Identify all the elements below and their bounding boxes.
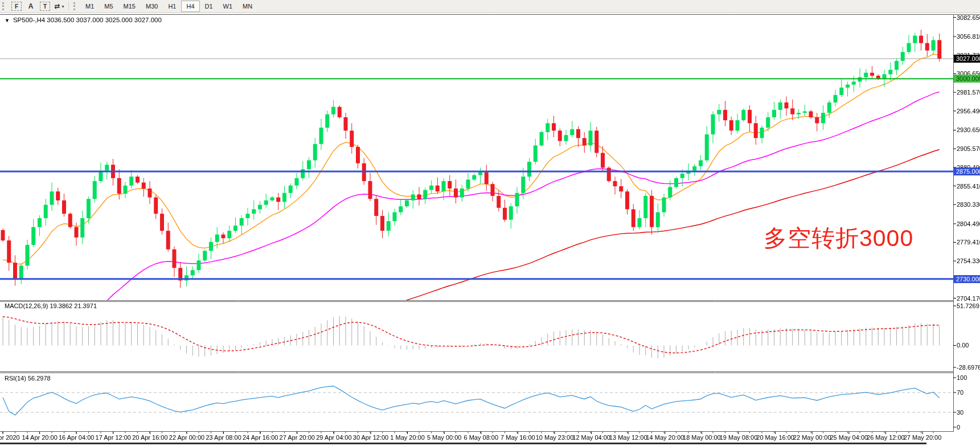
rsi-tick-label: 0 <box>957 424 960 431</box>
toolbar-separator <box>68 2 69 11</box>
time-axis-label: 17 Apr 12:00 <box>96 434 131 441</box>
price-tag-3027.000: 3027.000 <box>954 55 980 63</box>
macd-tick-label: 0.00 <box>957 342 969 349</box>
top-toolbar: FAT⇄▾ M1M5M15M30H1H4D1W1MN <box>0 0 980 13</box>
toolbar-grip <box>73 2 77 10</box>
price-tick-label: 2905.570 <box>957 145 980 152</box>
timeframe-button-group: M1M5M15M30H1H4D1W1MN <box>80 1 257 12</box>
chart-symbol-title[interactable]: ▼SP500-,H4 3036.500 3037.000 3025.000 30… <box>5 17 162 23</box>
timeframe-button-d1[interactable]: D1 <box>200 1 218 12</box>
rsi-indicator-label: RSI(14) 56.2978 <box>5 375 51 382</box>
rsi-tick-label: 70 <box>957 389 963 396</box>
time-axis-label: 5 May 00:00 <box>427 434 462 441</box>
timeframe-button-mn[interactable]: MN <box>237 1 257 12</box>
price-tick-label: 3056.810 <box>957 33 980 40</box>
time-axis-label: 13 May 12:00 <box>609 434 647 441</box>
font-tool-button[interactable]: A <box>24 1 37 11</box>
time-axis-label: 27 May 20:00 <box>904 434 942 441</box>
time-axis-label: 20 Apr 16:00 <box>132 434 167 441</box>
time-axis-label: 23 Apr 08:00 <box>206 434 241 441</box>
price-tick-label: 2956.490 <box>957 108 980 114</box>
price-tick-label: 2754.330 <box>957 257 980 264</box>
macd-tick-label: 51.7269 <box>957 302 979 309</box>
timeframe-button-m1[interactable]: M1 <box>80 1 99 12</box>
time-axis-label: 12 May 04:00 <box>572 434 610 441</box>
time-axis-label: 13 Apr 2020 <box>0 434 20 441</box>
price-tick-label: 2930.650 <box>957 126 980 133</box>
price-tick-label: 2704.170 <box>957 295 980 302</box>
timeframe-button-h4[interactable]: H4 <box>181 1 199 12</box>
rsi-tick-label: 30 <box>957 409 963 416</box>
time-axis-label: 10 May 23:00 <box>536 434 574 441</box>
price-tick-label: 2981.570 <box>957 89 980 96</box>
macd-tick-label: -28.6976 <box>957 364 980 371</box>
rsi-tick-label: 100 <box>957 374 967 381</box>
price-tick-label: 3082.650 <box>957 14 980 21</box>
time-axis-label: 14 Apr 20:00 <box>22 434 57 441</box>
timeframe-button-h1[interactable]: H1 <box>163 1 181 12</box>
chevron-down-icon[interactable]: ▾ <box>62 4 64 9</box>
time-axis-label: 18 May 00:00 <box>683 434 721 441</box>
price-tag-2875.000: 2875.000 <box>954 167 980 175</box>
drawing-tools-group: FAT⇄▾ <box>9 1 66 11</box>
timeframe-button-m30[interactable]: M30 <box>141 1 163 12</box>
time-axis-label: 22 May 00:00 <box>793 434 831 441</box>
time-axis-label: 7 May 16:00 <box>501 434 535 441</box>
price-tick-label: 2855.410 <box>957 183 980 190</box>
time-axis-label: 26 May 12:00 <box>867 434 905 441</box>
timeframe-button-m5[interactable]: M5 <box>99 1 118 12</box>
macd-indicator-label: MACD(12,26,9) 19.3862 21.3971 <box>5 302 97 309</box>
time-axis-label: 19 May 08:00 <box>720 434 758 441</box>
timeframe-button-w1[interactable]: W1 <box>218 1 238 12</box>
price-tag-3000.000: 3000.000 <box>954 75 980 83</box>
time-axis-label: 20 May 16:00 <box>756 434 794 441</box>
time-axis-label: 16 Apr 04:00 <box>59 434 94 441</box>
toolbar-grip <box>2 2 6 10</box>
time-axis-label: 29 Apr 04:00 <box>316 434 351 441</box>
time-axis-label: 1 May 20:00 <box>390 434 425 441</box>
price-tag-2730.000: 2730.000 <box>954 275 980 283</box>
time-axis-label: 30 Apr 12:00 <box>353 434 388 441</box>
timeframe-button-m15[interactable]: M15 <box>118 1 141 12</box>
time-axis-label: 27 Apr 20:00 <box>280 434 315 441</box>
pointer-tool-button[interactable]: F <box>11 2 22 11</box>
symbol-ohlc-text: SP500-,H4 3036.500 3037.000 3025.000 302… <box>13 17 162 23</box>
chevron-down-icon[interactable]: ▼ <box>5 18 10 23</box>
horizontal-scrollbar[interactable] <box>0 443 926 444</box>
time-axis-label: 24 Apr 16:00 <box>243 434 278 441</box>
price-tick-label: 2804.490 <box>957 220 980 227</box>
chart-canvas[interactable] <box>0 0 980 446</box>
text-label-tool-button[interactable]: T <box>40 2 50 11</box>
time-axis-label: 6 May 08:00 <box>464 434 499 441</box>
time-axis-label: 25 May 04:00 <box>830 434 868 441</box>
price-tick-label: 2830.330 <box>957 201 980 208</box>
time-axis-label: 22 Apr 00:00 <box>169 434 204 441</box>
time-axis-label: 14 May 20:00 <box>646 434 684 441</box>
price-tick-label: 2779.410 <box>957 239 980 245</box>
chart-text-annotation: 多空转折3000 <box>764 226 913 251</box>
arrange-windows-button[interactable]: ⇄▾ <box>53 1 65 11</box>
